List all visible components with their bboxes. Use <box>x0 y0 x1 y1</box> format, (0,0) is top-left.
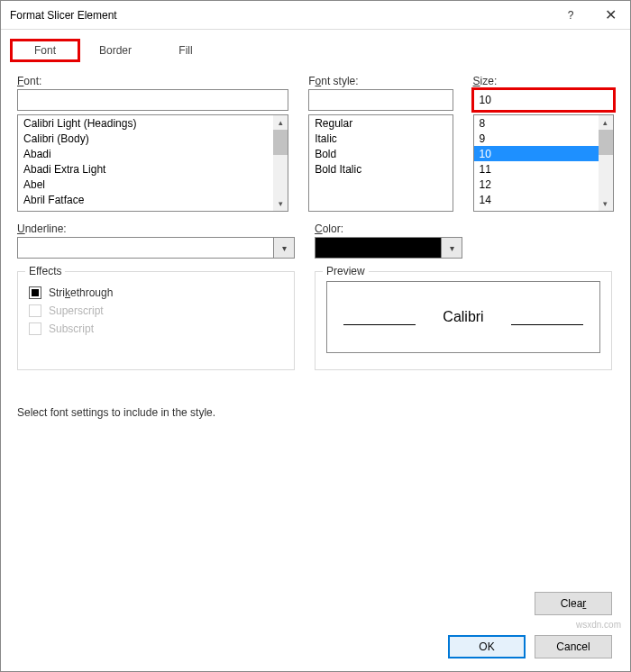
list-item[interactable]: Calibri Light (Headings) <box>18 115 273 131</box>
chevron-down-icon[interactable]: ▾ <box>273 237 295 259</box>
list-item[interactable]: Abril Fatface <box>18 192 273 207</box>
checkbox-icon <box>29 322 41 335</box>
size-label: Size: <box>473 75 614 87</box>
list-item[interactable]: 8 <box>474 115 599 131</box>
strikethrough-checkbox[interactable]: Strikethrough <box>29 286 283 299</box>
scroll-thumb[interactable] <box>599 130 613 155</box>
scroll-down-icon[interactable]: ▾ <box>273 196 288 211</box>
subscript-label: Subscript <box>49 322 94 335</box>
hint-text: Select font settings to include in the s… <box>17 406 614 419</box>
checkbox-icon <box>29 304 41 317</box>
list-item[interactable]: Bold <box>309 146 437 161</box>
scroll-down-icon[interactable]: ▾ <box>599 196 613 211</box>
scrollbar[interactable]: ▴ ▾ <box>599 115 613 211</box>
preview-area: Calibri <box>326 281 600 353</box>
preview-legend: Preview <box>323 265 369 277</box>
color-label: Color: <box>315 222 462 235</box>
scroll-up-icon[interactable]: ▴ <box>273 115 288 130</box>
preview-group: Preview Calibri <box>315 271 612 370</box>
format-slicer-dialog: Format Slicer Element ? ✕ Font Border Fi… <box>0 0 631 672</box>
size-input[interactable] <box>473 89 614 111</box>
scroll-up-icon[interactable]: ▴ <box>599 115 613 130</box>
tab-panel-font: Font: Calibri Light (Headings) Calibri (… <box>1 62 630 419</box>
close-button[interactable]: ✕ <box>590 1 630 30</box>
underline-combo[interactable]: ▾ <box>17 237 295 259</box>
fontstyle-input[interactable] <box>308 89 453 111</box>
list-item[interactable]: Calibri (Body) <box>18 131 273 146</box>
effects-group: Effects Strikethrough Superscript Subscr… <box>17 271 295 370</box>
size-listbox[interactable]: 8 9 10 11 12 14 ▴ ▾ <box>473 114 614 212</box>
list-item[interactable]: Bold Italic <box>309 161 437 177</box>
tab-font[interactable]: Font <box>10 39 80 62</box>
underline-label: Underline: <box>17 222 295 235</box>
list-item[interactable]: Abel <box>18 177 273 192</box>
list-item[interactable]: Regular <box>309 115 437 131</box>
watermark: wsxdn.com <box>576 620 621 630</box>
superscript-label: Superscript <box>49 304 104 317</box>
scroll-track[interactable] <box>273 155 288 196</box>
titlebar: Format Slicer Element ? ✕ <box>1 1 630 30</box>
scroll-thumb[interactable] <box>273 130 288 155</box>
superscript-checkbox: Superscript <box>29 304 283 317</box>
tab-fill[interactable]: Fill <box>151 39 221 62</box>
help-button[interactable]: ? <box>551 1 590 30</box>
font-listbox[interactable]: Calibri Light (Headings) Calibri (Body) … <box>17 114 288 212</box>
list-item[interactable]: 9 <box>474 131 599 146</box>
ok-button[interactable]: OK <box>448 635 526 658</box>
list-item[interactable]: Abadi <box>18 146 273 161</box>
clear-button[interactable]: Clear <box>535 592 612 615</box>
cancel-button[interactable]: Cancel <box>535 635 612 658</box>
list-item[interactable]: 12 <box>474 177 599 192</box>
scroll-track[interactable] <box>599 155 613 196</box>
tab-border[interactable]: Border <box>80 39 151 62</box>
dialog-title: Format Slicer Element <box>10 9 551 22</box>
tab-strip: Font Border Fill <box>1 30 630 62</box>
scrollbar[interactable]: ▴ ▾ <box>273 115 288 211</box>
list-item[interactable]: 10 <box>474 146 599 161</box>
checkbox-icon <box>29 286 41 299</box>
fontstyle-listbox[interactable]: Regular Italic Bold Bold Italic <box>308 114 453 212</box>
strikethrough-label: Strikethrough <box>49 286 113 299</box>
underline-value <box>17 237 273 259</box>
effects-legend: Effects <box>25 265 65 277</box>
preview-text: Calibri <box>428 309 498 325</box>
font-label: Font: <box>17 75 288 87</box>
color-combo[interactable]: ▾ <box>315 237 462 259</box>
list-item[interactable]: Italic <box>309 131 437 146</box>
list-item[interactable]: 14 <box>474 192 599 207</box>
subscript-checkbox: Subscript <box>29 322 283 335</box>
list-item[interactable]: Abadi Extra Light <box>18 161 273 177</box>
fontstyle-label: Font style: <box>308 75 453 87</box>
font-input[interactable] <box>17 89 288 111</box>
list-item[interactable]: 11 <box>474 161 599 177</box>
chevron-down-icon[interactable]: ▾ <box>441 237 462 259</box>
color-swatch <box>315 237 441 259</box>
